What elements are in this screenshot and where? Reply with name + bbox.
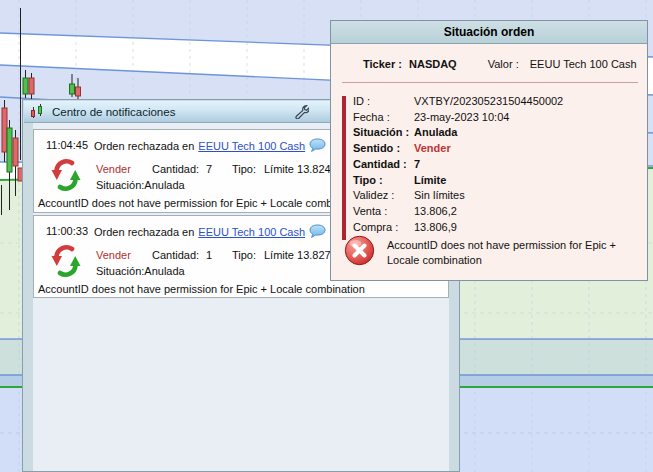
ticker-value: NASDAQ bbox=[409, 58, 457, 70]
order-status-popup-titlebar[interactable]: Situación orden bbox=[331, 21, 647, 44]
error-message: AccountID does not have permission for E… bbox=[38, 283, 365, 295]
field-row-sentido: Sentido :Vender bbox=[353, 141, 563, 157]
quantity-value: 7 bbox=[206, 163, 212, 175]
window-title: Centro de notificaciones bbox=[52, 106, 175, 118]
red-accent-bar bbox=[342, 96, 346, 240]
notification-time: 11:00:33 bbox=[46, 225, 88, 237]
order-side: Vender bbox=[96, 163, 131, 175]
order-status: Situación:Anulada bbox=[96, 265, 185, 277]
candlestick-chart-icon bbox=[30, 104, 45, 119]
order-fields: ID :VXTBY/202305231504450002 Fecha :23-m… bbox=[353, 94, 563, 235]
order-rejected-swap-icon bbox=[50, 158, 82, 192]
quantity-value: 1 bbox=[206, 249, 212, 261]
quantity-label: Cantidad: bbox=[152, 163, 199, 175]
type-value: Límite 13.824 bbox=[264, 163, 331, 175]
field-row-id: ID :VXTBY/202305231504450002 bbox=[353, 94, 563, 110]
field-row-cantidad: Cantidad :7 bbox=[353, 157, 563, 173]
field-row-situacion: Situación :Anulada bbox=[353, 125, 563, 141]
ticker-row: Ticker : NASDAQ Valor : EEUU Tech 100 Ca… bbox=[363, 58, 637, 70]
error-message: AccountID does not have permission for E… bbox=[38, 197, 365, 209]
ticker-label: Ticker : bbox=[363, 58, 402, 70]
order-status: Situación:Anulada bbox=[96, 179, 185, 191]
valor-value: EEUU Tech 100 Cash bbox=[530, 58, 637, 70]
notification-event: Orden rechazada en bbox=[94, 226, 194, 238]
instrument-link[interactable]: EEUU Tech 100 Cash bbox=[198, 140, 305, 152]
settings-wrench-icon[interactable] bbox=[294, 104, 309, 119]
type-label: Tipo: bbox=[232, 249, 256, 261]
error-icon bbox=[344, 235, 375, 266]
comment-bubble-icon[interactable] bbox=[309, 224, 326, 239]
field-row-venta: Venta :13.806,2 bbox=[353, 204, 563, 220]
order-rejected-swap-icon bbox=[50, 244, 82, 278]
type-value: Límite 13.827 bbox=[264, 249, 331, 261]
type-label: Tipo: bbox=[232, 163, 256, 175]
comment-bubble-icon[interactable] bbox=[309, 138, 326, 153]
valor-label: Valor : bbox=[488, 58, 519, 70]
instrument-link[interactable]: EEUU Tech 100 Cash bbox=[198, 226, 305, 238]
field-row-compra: Compra :13.806,9 bbox=[353, 220, 563, 236]
field-row-fecha: Fecha :23-may-2023 10:04 bbox=[353, 110, 563, 126]
divider bbox=[342, 82, 638, 83]
popup-error-message: AccountID does not have permission for E… bbox=[387, 238, 641, 268]
notification-time: 11:04:45 bbox=[46, 139, 88, 151]
order-status-popup: Situación orden Ticker : NASDAQ Valor : … bbox=[330, 20, 648, 281]
field-row-validez: Validez :Sin límites bbox=[353, 188, 563, 204]
order-side: Vender bbox=[96, 249, 131, 261]
field-row-tipo: Tipo :Límite bbox=[353, 173, 563, 189]
quantity-label: Cantidad: bbox=[152, 249, 199, 261]
notification-event: Orden rechazada en bbox=[94, 140, 194, 152]
